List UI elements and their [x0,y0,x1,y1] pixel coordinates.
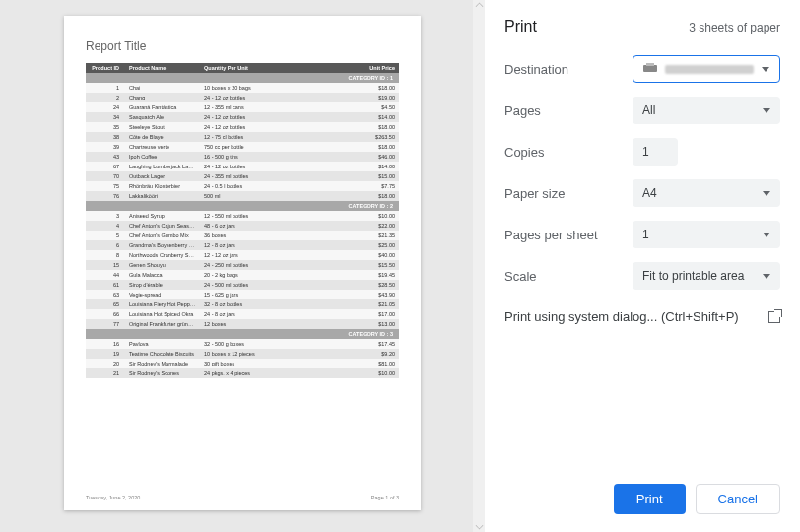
print-preview-pane: Report Title Product ID Product Name Qua… [0,0,485,532]
external-link-icon [768,311,780,323]
page-footer: Tuesday, June 2, 2020 Page 1 of 3 [86,495,399,500]
report-title: Report Title [86,39,399,53]
pages-label: Pages [504,103,633,118]
category-row: CATEGORY ID : 1 [86,73,399,83]
print-settings-panel: Print 3 sheets of paper Destination Page… [485,0,800,532]
table-row: 67Laughing Lumberjack Lager24 - 12 oz bo… [86,162,399,171]
table-row: 77Original Frankfurter grüne Soße12 boxe… [86,319,399,329]
table-row: 38Côte de Blaye12 - 75 cl bottles$263.50 [86,132,399,142]
paper-size-label: Paper size [504,186,633,201]
table-row: 70Outback Lager24 - 355 ml bottles$15.00 [86,171,399,181]
system-dialog-text: Print using system dialog... (Ctrl+Shift… [504,309,739,324]
table-row: 5Chef Anton's Gumbo Mix36 boxes$21.35 [86,231,399,240]
scale-value: Fit to printable area [642,269,744,283]
table-row: 75Rhönbräu Klosterbier24 - 0.5 l bottles… [86,181,399,191]
dialog-title: Print [504,18,537,35]
copies-input[interactable]: 1 [633,138,678,166]
destination-value [665,65,754,74]
table-row: 6Grandma's Boysenberry Spread12 - 8 oz j… [86,240,399,250]
paper-size-value: A4 [642,186,657,200]
chevron-down-icon [763,274,770,279]
col-qpu: Quantity Per Unit [200,63,300,73]
scale-select[interactable]: Fit to printable area [633,262,780,290]
sheet-count: 3 sheets of paper [689,21,780,34]
table-row: 63Vegie-spread15 - 625 g jars$43.90 [86,290,399,299]
copies-label: Copies [504,145,633,160]
pages-value: All [642,103,655,117]
copies-value: 1 [642,145,649,159]
preview-page: Report Title Product ID Product Name Qua… [64,16,421,510]
pages-select[interactable]: All [633,97,780,124]
table-row: 4Chef Anton's Cajun Seasoning48 - 6 oz j… [86,221,399,231]
printer-icon [643,63,657,75]
pages-per-sheet-select[interactable]: 1 [633,221,780,248]
table-row: 3Aniseed Syrup12 - 550 ml bottles$10.00 [86,211,399,221]
table-row: 19Teatime Chocolate Biscuits10 boxes x 1… [86,349,399,359]
table-row: 61Sirop d'érable24 - 500 ml bottles$28.5… [86,280,399,290]
footer-page: Page 1 of 3 [371,495,399,500]
report-table: Product ID Product Name Quantity Per Uni… [86,63,399,378]
table-row: 66Louisiana Hot Spiced Okra24 - 8 oz jar… [86,309,399,319]
chevron-down-icon [762,67,769,72]
chevron-down-icon [763,233,770,237]
col-product-id: Product ID [86,63,125,73]
table-row: 2Chang24 - 12 oz bottles$19.00 [86,93,399,102]
scale-label: Scale [504,269,633,284]
table-row: 65Louisiana Fiery Hot Pepper Sauce32 - 8… [86,299,399,309]
col-product-name: Product Name [125,63,200,73]
table-row: 24Guaraná Fantástica12 - 355 ml cans$4.5… [86,102,399,112]
destination-select[interactable] [633,55,780,83]
table-row: 34Sasquatch Ale24 - 12 oz bottles$14.00 [86,112,399,122]
category-row: CATEGORY ID : 2 [86,201,399,211]
table-row: 44Gula Malacca20 - 2 kg bags$19.45 [86,270,399,280]
print-button[interactable]: Print [614,484,686,514]
table-row: 76Lakkalikööri500 ml$18.00 [86,191,399,201]
table-row: 35Steeleye Stout24 - 12 oz bottles$18.00 [86,122,399,132]
footer-date: Tuesday, June 2, 2020 [86,495,140,500]
table-row: 15Genen Shouyu24 - 250 ml bottles$15.50 [86,260,399,270]
table-row: 39Chartreuse verte750 cc per bottle$18.0… [86,142,399,152]
pages-per-sheet-value: 1 [642,228,649,241]
table-row: 20Sir Rodney's Marmalade30 gift boxes$81… [86,359,399,368]
pages-per-sheet-label: Pages per sheet [504,228,633,242]
table-row: 1Chai10 boxes x 20 bags$18.00 [86,83,399,93]
table-row: 16Pavlova32 - 500 g boxes$17.45 [86,339,399,349]
table-row: 43Ipoh Coffee16 - 500 g tins$46.00 [86,152,399,162]
destination-label: Destination [504,62,633,77]
chevron-down-icon [763,108,770,113]
paper-size-select[interactable]: A4 [633,179,780,207]
table-row: 8Northwoods Cranberry Sauce12 - 12 oz ja… [86,250,399,260]
category-row: CATEGORY ID : 3 [86,329,399,339]
table-row: 21Sir Rodney's Scones24 pkgs. x 4 pieces… [86,368,399,378]
preview-scrollbar[interactable] [473,0,485,532]
col-unit-price: Unit Price [300,63,399,73]
chevron-down-icon [763,191,770,196]
system-dialog-link[interactable]: Print using system dialog... (Ctrl+Shift… [504,309,780,324]
cancel-button[interactable]: Cancel [696,484,780,514]
